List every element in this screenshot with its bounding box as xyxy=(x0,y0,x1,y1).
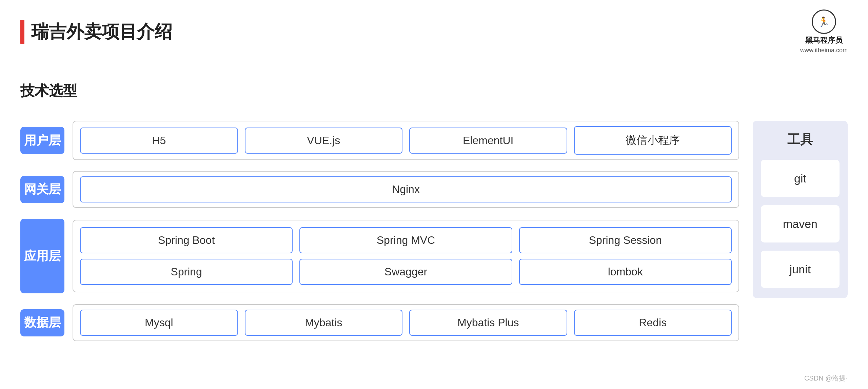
tech-item-springmvc: Spring MVC xyxy=(299,227,512,253)
app-layer-row-2: Spring Swagger lombok xyxy=(80,259,732,285)
main-content: 技术选型 用户层 H5 VUE.js ElementUI 微信小程序 网关层 N… xyxy=(0,61,868,355)
data-layer-label: 数据层 xyxy=(20,309,64,336)
app-layer-label: 应用层 xyxy=(20,219,64,293)
header: 瑞吉外卖项目介绍 🏃 黑马程序员 www.itheima.com xyxy=(0,0,868,61)
logo-icon: 🏃 xyxy=(812,9,836,34)
app-layer-items: Spring Boot Spring MVC Spring Session Sp… xyxy=(73,220,739,292)
header-left: 瑞吉外卖项目介绍 xyxy=(20,20,172,44)
section-title: 技术选型 xyxy=(20,81,848,100)
tools-title: 工具 xyxy=(787,131,813,148)
footer-note: CSDN @洛提· xyxy=(804,374,848,383)
tech-item-mysql: Mysql xyxy=(80,310,238,336)
logo-name: 黑马程序员 xyxy=(805,35,843,45)
tool-junit: junit xyxy=(761,251,840,288)
tech-item-springsession: Spring Session xyxy=(519,227,732,253)
logo-url: www.itheima.com xyxy=(800,47,848,54)
tech-stack: 用户层 H5 VUE.js ElementUI 微信小程序 网关层 Nginx … xyxy=(20,121,848,341)
tech-item-vuejs: VUE.js xyxy=(245,128,403,154)
tech-item-springboot: Spring Boot xyxy=(80,227,293,253)
gateway-layer-items: Nginx xyxy=(73,171,739,208)
tech-item-spring: Spring xyxy=(80,259,293,285)
user-layer-items: H5 VUE.js ElementUI 微信小程序 xyxy=(73,121,739,160)
tech-item-h5: H5 xyxy=(80,128,238,154)
tool-git: git xyxy=(761,160,840,197)
tech-item-nginx: Nginx xyxy=(80,176,732,202)
tools-section: 工具 git maven junit xyxy=(753,121,848,298)
data-layer-row: 数据层 Mysql Mybatis Mybatis Plus Redis xyxy=(20,304,739,341)
page-title: 瑞吉外卖项目介绍 xyxy=(31,20,172,44)
app-layer-row-1: Spring Boot Spring MVC Spring Session xyxy=(80,227,732,253)
tech-item-swagger: Swagger xyxy=(299,259,512,285)
tech-item-mybatisplus: Mybatis Plus xyxy=(409,310,567,336)
tech-item-wechat: 微信小程序 xyxy=(574,126,732,155)
app-layer-row: 应用层 Spring Boot Spring MVC Spring Sessio… xyxy=(20,219,739,293)
user-layer-row: 用户层 H5 VUE.js ElementUI 微信小程序 xyxy=(20,121,739,160)
layers-section: 用户层 H5 VUE.js ElementUI 微信小程序 网关层 Nginx … xyxy=(20,121,739,341)
tech-item-redis: Redis xyxy=(574,310,732,336)
tech-item-mybatis: Mybatis xyxy=(245,310,403,336)
gateway-layer-row: 网关层 Nginx xyxy=(20,171,739,208)
gateway-layer-label: 网关层 xyxy=(20,176,64,203)
tech-item-lombok: lombok xyxy=(519,259,732,285)
logo-area: 🏃 黑马程序员 www.itheima.com xyxy=(800,9,848,54)
tech-item-elementui: ElementUI xyxy=(409,128,567,154)
tool-maven: maven xyxy=(761,205,840,242)
user-layer-label: 用户层 xyxy=(20,127,64,154)
data-layer-items: Mysql Mybatis Mybatis Plus Redis xyxy=(73,304,739,341)
red-bar-decoration xyxy=(20,20,24,44)
